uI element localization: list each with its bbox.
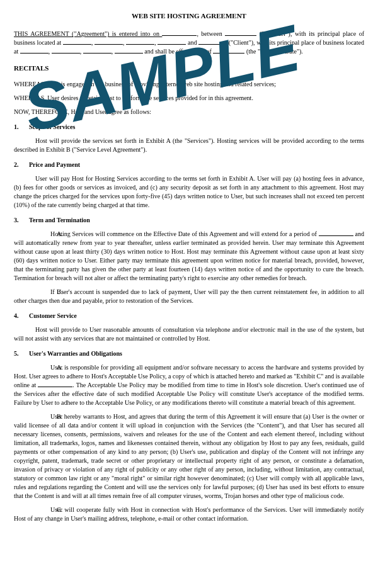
recital-2: WHEREAS, User desires to retain Host to … [14, 94, 364, 103]
l: B. [35, 288, 50, 297]
n: 1. [14, 123, 29, 132]
t: User's Warranties and Obligations [29, 350, 122, 357]
section-4-heading: 4.Customer Service [14, 312, 364, 320]
t: Price and Payment [29, 161, 80, 168]
blank [63, 38, 91, 45]
t: , between [197, 30, 225, 37]
t: Term and Termination [29, 217, 90, 223]
t: Scope of Services [29, 123, 75, 130]
l: C. [35, 506, 50, 514]
blank [52, 47, 80, 54]
blank [115, 47, 143, 54]
blank [126, 38, 154, 45]
section-2-body: User will pay Host for Hosting Services … [14, 174, 364, 210]
section-3b: B.If User's account is suspended due to … [14, 288, 364, 305]
blank-client [198, 38, 227, 45]
now-therefore: NOW, THEREFORE, Host and User agree as f… [14, 108, 364, 116]
section-5b: B.User hereby warrants to Host, and agre… [14, 412, 364, 500]
blank [83, 47, 112, 54]
t: (the "Effective Date"). [244, 48, 302, 55]
blank-date [162, 30, 197, 36]
n: 3. [14, 216, 29, 225]
recitals-heading: RECITALS [14, 64, 364, 73]
section-1-body: Host will provide the services set forth… [14, 137, 364, 154]
t: Hosting Services will commence on the Ef… [50, 230, 319, 237]
section-5c: C.User will cooperate fully with Host in… [14, 506, 364, 523]
t: User will cooperate fully with Host in c… [14, 506, 364, 522]
section-3a: A.Hosting Services will commence on the … [14, 230, 364, 283]
document-page: SAMPLE WEB SITE HOSTING AGREEMENT THIS A… [0, 0, 378, 542]
recital-1: WHEREAS, Host is engaged in the business… [14, 80, 364, 89]
section-3-heading: 3.Term and Termination [14, 216, 364, 225]
preamble-paragraph: THIS AGREEMENT ("Agreement") is entered … [14, 30, 364, 56]
t: and [186, 39, 198, 46]
l: A. [35, 230, 50, 239]
n: 2. [14, 161, 29, 169]
blank [158, 38, 186, 45]
blank-provider [225, 30, 256, 36]
document-title: WEB SITE HOSTING AGREEMENT [14, 11, 364, 21]
t: and shall be effective as of [143, 48, 214, 55]
n: 5. [14, 349, 29, 358]
l: B. [35, 412, 50, 421]
blank-effective-date [213, 47, 244, 54]
section-2-heading: 2.Price and Payment [14, 161, 364, 169]
sample-watermark: SAMPLE [15, 3, 309, 155]
n: 4. [14, 312, 29, 320]
section-5-heading: 5.User's Warranties and Obligations [14, 349, 364, 358]
l: A. [35, 363, 50, 372]
t: and will automatically renew from year t… [14, 230, 364, 281]
blank [20, 47, 49, 54]
blank [94, 38, 123, 45]
section-4-body: Host will provide to User reasonable amo… [14, 325, 364, 343]
blank-term [319, 230, 353, 236]
t: THIS AGREEMENT ("Agreement") is entered … [14, 30, 162, 37]
t: If User's account is suspended due to la… [14, 288, 364, 304]
t: Customer Service [29, 312, 77, 319]
blank-url [38, 381, 72, 387]
t: User hereby warrants to Host, and agrees… [14, 413, 364, 499]
section-5a: A.User is responsible for providing all … [14, 363, 364, 407]
section-1-heading: 1.Scope of Services [14, 123, 364, 132]
